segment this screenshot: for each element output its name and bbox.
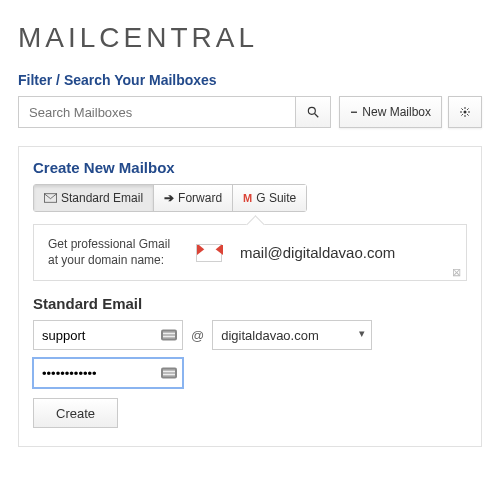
standard-email-section-title: Standard Email [33,295,467,312]
tab-label: Standard Email [61,191,143,205]
svg-line-10 [467,108,468,109]
tab-label: G Suite [256,191,296,205]
domain-select-value: digitaldavao.com [221,328,319,343]
keyboard-icon [161,368,177,379]
svg-line-8 [467,114,468,115]
svg-line-7 [461,108,462,109]
search-mailboxes-group [18,96,331,128]
mailbox-type-tabs: Standard Email ➔ Forward M G Suite [33,184,307,212]
new-mailbox-button[interactable]: − New Mailbox [339,96,442,128]
envelope-icon [44,193,57,203]
filter-section-title: Filter / Search Your Mailboxes [18,72,482,88]
svg-line-1 [315,114,319,118]
promo-text: Get professional Gmail at your domain na… [48,237,178,268]
arrow-right-icon: ➔ [164,191,174,205]
minus-icon: − [350,105,357,119]
new-mailbox-label: New Mailbox [362,105,431,119]
search-icon [306,105,320,119]
close-icon: ⊠ [452,266,461,279]
search-input[interactable] [18,96,295,128]
tab-standard-email[interactable]: Standard Email [34,185,154,211]
domain-select[interactable]: digitaldavao.com [212,320,372,350]
panel-title: Create New Mailbox [33,159,467,176]
promo-email-example: mail@digitaldavao.com [240,244,395,261]
gear-icon [459,105,471,119]
svg-line-9 [461,114,462,115]
svg-point-2 [464,111,467,114]
gsuite-promo-box: Get professional Gmail at your domain na… [33,224,467,281]
tab-label: Forward [178,191,222,205]
search-button[interactable] [295,96,331,128]
settings-button[interactable] [448,96,482,128]
gmail-icon [196,244,222,262]
keyboard-icon [161,330,177,341]
create-mailbox-panel: Create New Mailbox Standard Email ➔ Forw… [18,146,482,447]
gmail-m-icon: M [243,192,252,204]
promo-close-button[interactable]: ⊠ [450,266,462,278]
tab-forward[interactable]: ➔ Forward [154,185,233,211]
svg-point-0 [309,107,316,114]
tab-gsuite[interactable]: M G Suite [233,185,306,211]
create-button[interactable]: Create [33,398,118,428]
at-symbol: @ [191,328,204,343]
brand-title: MAILCENTRAL [18,22,482,54]
create-button-label: Create [56,406,95,421]
